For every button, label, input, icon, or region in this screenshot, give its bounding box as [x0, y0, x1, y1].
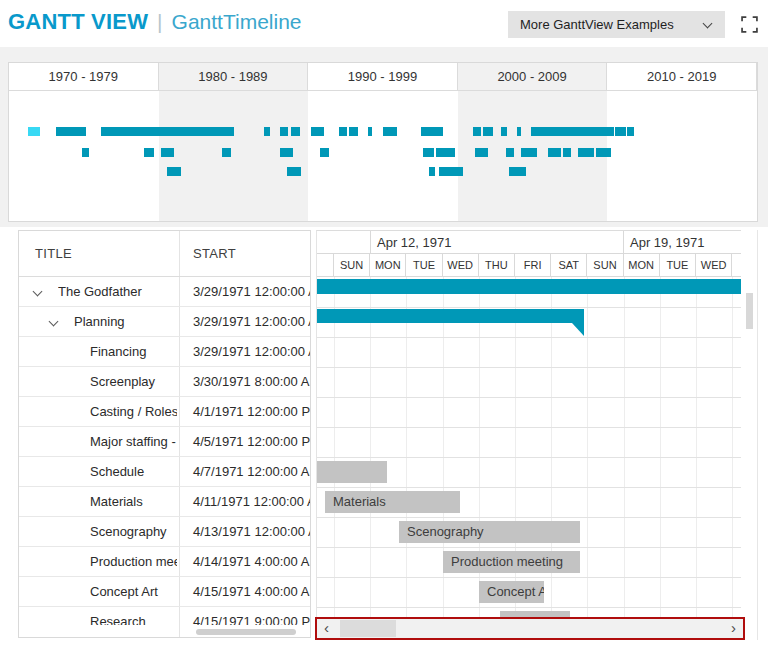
gantt-summary-bar[interactable] [317, 279, 741, 294]
grid-cell-start: 3/29/1971 12:00:00 AM [193, 337, 310, 366]
grid-row[interactable]: The Godfather3/29/1971 12:00:00 AM [19, 277, 310, 307]
grid-row[interactable]: Casting / Roles4/1/1971 12:00:00 PM [19, 397, 310, 427]
chart-gridline-horizontal [317, 427, 741, 428]
overview-task-bar [222, 148, 231, 157]
grid-cell-start: 4/15/1971 4:00:00 AM [193, 577, 310, 606]
chart-day-header: MON [624, 254, 660, 277]
examples-dropdown[interactable]: More GanttView Examples [508, 11, 725, 38]
chevron-down-icon[interactable] [49, 317, 59, 327]
grid-header-start[interactable]: START [193, 231, 236, 276]
timeline-decade-header[interactable]: 1970 - 1979 [9, 63, 159, 91]
grid-row[interactable]: Production meeting4/14/1971 4:00:00 AM [19, 547, 310, 577]
overview-task-bar [506, 148, 514, 157]
task-grid: TITLE START The Godfather3/29/1971 12:00… [18, 230, 311, 638]
grid-cell-start: 4/13/1971 12:00:00 AM [193, 517, 310, 546]
chart-week-header: Apr 19, 1971 [623, 231, 741, 254]
chart-scrollbar-thumb[interactable] [340, 620, 396, 637]
gantt-task-bar[interactable]: Materials [325, 491, 460, 513]
overview-task-bar [627, 127, 634, 136]
grid-cell-title: Concept Art [90, 577, 177, 606]
scroll-right-icon: › [731, 619, 736, 636]
overview-task-bar [578, 148, 594, 157]
grid-row[interactable]: Financing3/29/1971 12:00:00 AM [19, 337, 310, 367]
grid-cell-start: 3/30/1971 8:00:00 AM [193, 367, 310, 396]
grid-row[interactable]: Concept Art4/15/1971 4:00:00 AM [19, 577, 310, 607]
grid-row[interactable]: Schedule4/7/1971 12:00:00 AM [19, 457, 310, 487]
overview-task-bar [82, 148, 89, 157]
overview-task-bar [439, 167, 463, 176]
examples-dropdown-value: More GanttView Examples [520, 11, 674, 38]
overview-task-bar [161, 148, 174, 157]
grid-row[interactable]: Planning3/29/1971 12:00:00 AM [19, 307, 310, 337]
grid-cell-start: 4/7/1971 12:00:00 AM [193, 457, 310, 486]
overview-task-bar [264, 127, 270, 136]
overview-task-bar [280, 127, 288, 136]
gantt-task-bar[interactable]: Concept Art [479, 581, 544, 603]
overview-task-bar [56, 127, 86, 136]
overview-task-bar [483, 127, 493, 136]
grid-header-title[interactable]: TITLE [35, 231, 72, 276]
gantt-task-bar[interactable] [317, 461, 387, 483]
chart-day-header: SAT [551, 254, 587, 277]
gantt-view-app: GANTT VIEW | GanttTimeline More GanttVie… [0, 0, 768, 645]
grid-cell-start: 3/29/1971 12:00:00 AM [193, 307, 310, 336]
timeline-decade-header[interactable]: 1990 - 1999 [308, 63, 458, 91]
gantt-task-bar[interactable]: Scenography [399, 521, 580, 543]
overview-task-bar [509, 167, 526, 176]
chart-gridline-horizontal [317, 367, 741, 368]
chart-gridline-horizontal [317, 337, 741, 338]
chart-day-header: SUN [587, 254, 623, 277]
gantt-task-bar[interactable]: Production meeting [443, 551, 580, 573]
grid-horizontal-scrollbar-thumb[interactable] [196, 629, 296, 635]
timeline-decade-header[interactable]: 2010 - 2019 [607, 63, 757, 91]
fullscreen-button[interactable] [737, 12, 761, 36]
scroll-left-button[interactable]: ‹ [317, 619, 336, 638]
grid-rows: The Godfather3/29/1971 12:00:00 AMPlanni… [19, 277, 310, 625]
chart-horizontal-scrollbar[interactable]: ‹ › [315, 617, 745, 640]
timeline-decade-column: 1970 - 1979 [9, 63, 159, 221]
timeline-decade-column: 2000 - 2009 [458, 63, 608, 221]
overview-task-bar [383, 127, 397, 136]
chart-gridline-horizontal [317, 577, 741, 578]
grid-cell-title: Production meeting [90, 547, 177, 576]
grid-row[interactable]: Major staffing - production4/5/1971 12:0… [19, 427, 310, 457]
grid-row[interactable]: Scenography4/13/1971 12:00:00 AM [19, 517, 310, 547]
grid-cell-title: The Godfather [58, 277, 177, 306]
overview-task-bar [167, 167, 181, 176]
chart-day-header: SUN [334, 254, 370, 277]
grid-cell-title: Materials [90, 487, 177, 516]
overview-task-bar [144, 148, 154, 157]
app-subtitle: GanttTimeline [172, 10, 302, 34]
grid-cell-title: Screenplay [90, 367, 177, 396]
chart-day-header: TUE [406, 254, 442, 277]
timeline-decade-column: 1980 - 1989 [159, 63, 309, 221]
chart-vertical-scrollbar-thumb[interactable] [746, 293, 753, 329]
overview-task-bar [349, 127, 358, 136]
grid-row[interactable]: Research4/15/1971 9:00:00 PM [19, 607, 310, 625]
timeline-decade-header[interactable]: 2000 - 2009 [458, 63, 608, 91]
overview-task-bar [473, 127, 481, 136]
overview-task-bar [548, 148, 561, 157]
overview-task-bar [517, 127, 521, 136]
chevron-down-icon [703, 19, 713, 29]
chart-gridline-horizontal [317, 487, 741, 488]
overview-task-bar [423, 148, 434, 157]
scroll-right-button[interactable]: › [724, 619, 743, 638]
overview-task-bar [311, 127, 324, 136]
grid-cell-start: 4/1/1971 12:00:00 PM [193, 397, 310, 426]
chart-gridline-horizontal [317, 517, 741, 518]
grid-row[interactable]: Screenplay3/30/1971 8:00:00 AM [19, 367, 310, 397]
chevron-down-icon[interactable] [33, 287, 43, 297]
overview-task-bar [339, 127, 347, 136]
gantt-summary-bar[interactable] [317, 309, 584, 323]
grid-cell-title: Financing [90, 337, 177, 366]
app-title: GANTT VIEW [8, 9, 148, 35]
overview-task-bar [421, 127, 443, 136]
chart-gridline-horizontal [317, 547, 741, 548]
overview-task-bar [596, 148, 611, 157]
grid-row[interactable]: Materials4/11/1971 12:00:00 AM [19, 487, 310, 517]
gantt-chart: Apr 12, 1971Apr 19, 1971 SUNMONTUEWEDTHU… [316, 230, 741, 638]
overview-panel: 1970 - 19791980 - 19891990 - 19992000 - … [8, 62, 758, 222]
grid-cell-title: Schedule [90, 457, 177, 486]
timeline-decade-header[interactable]: 1980 - 1989 [159, 63, 309, 91]
